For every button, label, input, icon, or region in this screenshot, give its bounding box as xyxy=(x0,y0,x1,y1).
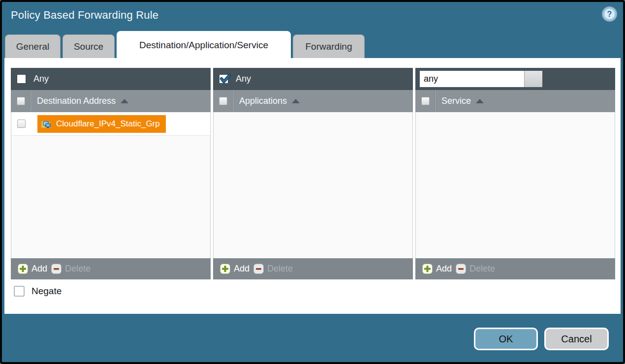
destination-header-label: Destination Address xyxy=(37,96,116,106)
destination-footer: Add Delete xyxy=(11,258,211,279)
service-delete-button[interactable]: Delete xyxy=(456,264,495,274)
columns-container: Any Destination Address xyxy=(11,68,615,279)
sort-ascending-icon xyxy=(292,99,300,103)
tab-source[interactable]: Source xyxy=(62,34,115,59)
applications-any-bar: Any xyxy=(213,68,413,90)
negate-label: Negate xyxy=(31,286,62,297)
applications-column: Any Applications Add xyxy=(213,68,413,279)
negate-checkbox[interactable] xyxy=(14,286,25,297)
tab-general[interactable]: General xyxy=(5,34,61,59)
destination-list: Cloudflare_IPv4_Static_Grp xyxy=(11,112,211,258)
delete-minus-icon xyxy=(456,264,466,274)
destination-item-chip[interactable]: Cloudflare_IPv4_Static_Grp xyxy=(37,115,166,133)
service-add-button[interactable]: Add xyxy=(422,264,452,274)
service-header-label: Service xyxy=(441,96,471,106)
service-header[interactable]: Service xyxy=(415,90,615,112)
negate-row: Negate xyxy=(14,286,62,297)
applications-add-button[interactable]: Add xyxy=(220,264,250,274)
applications-list xyxy=(213,112,413,258)
destination-item-checkbox[interactable] xyxy=(17,120,26,128)
applications-header-label: Applications xyxy=(239,96,287,106)
applications-header[interactable]: Applications xyxy=(213,90,413,112)
header-separator xyxy=(30,90,31,112)
service-list xyxy=(415,112,615,258)
sort-ascending-icon xyxy=(476,99,484,103)
destination-delete-button[interactable]: Delete xyxy=(51,264,91,274)
help-icon[interactable]: ? xyxy=(603,7,616,21)
tab-forwarding[interactable]: Forwarding xyxy=(293,34,365,59)
ok-button[interactable]: OK xyxy=(474,328,538,350)
service-select-all-checkbox[interactable] xyxy=(421,97,430,105)
address-group-icon xyxy=(41,119,52,129)
service-column: Service Add Delete xyxy=(415,68,615,279)
header-separator xyxy=(232,90,233,112)
delete-minus-icon xyxy=(253,264,264,274)
service-dropdown-button[interactable] xyxy=(524,71,542,87)
delete-minus-icon xyxy=(51,264,62,274)
tab-content-panel: Any Destination Address xyxy=(4,58,621,314)
applications-any-label: Any xyxy=(236,74,251,84)
header-separator xyxy=(435,90,435,112)
destination-address-column: Any Destination Address xyxy=(11,68,211,279)
applications-footer: Add Delete xyxy=(213,258,413,279)
destination-select-all-checkbox[interactable] xyxy=(17,97,25,105)
destination-address-header[interactable]: Destination Address xyxy=(11,90,211,112)
destination-any-checkbox[interactable] xyxy=(17,74,26,84)
destination-list-item: Cloudflare_IPv4_Static_Grp xyxy=(11,112,210,136)
service-footer: Add Delete xyxy=(415,258,615,279)
applications-any-checkbox[interactable] xyxy=(219,74,228,84)
destination-any-bar: Any xyxy=(11,68,211,90)
cancel-button[interactable]: Cancel xyxy=(544,328,609,350)
service-dropdown-input[interactable] xyxy=(420,71,524,87)
destination-any-label: Any xyxy=(33,74,49,84)
applications-delete-button[interactable]: Delete xyxy=(253,264,293,274)
add-plus-icon xyxy=(422,264,433,274)
destination-item-label: Cloudflare_IPv4_Static_Grp xyxy=(56,119,160,129)
policy-based-forwarding-dialog: Policy Based Forwarding Rule ? General S… xyxy=(0,0,625,364)
tab-destination-application-service[interactable]: Destination/Application/Service xyxy=(117,31,291,59)
service-dropdown xyxy=(419,70,543,88)
add-plus-icon xyxy=(18,264,28,274)
dialog-title: Policy Based Forwarding Rule xyxy=(11,9,158,22)
service-dropdown-bar xyxy=(415,68,615,90)
applications-select-all-checkbox[interactable] xyxy=(219,97,227,105)
sort-ascending-icon xyxy=(121,99,128,103)
add-plus-icon xyxy=(220,264,230,274)
destination-add-button[interactable]: Add xyxy=(18,264,47,274)
